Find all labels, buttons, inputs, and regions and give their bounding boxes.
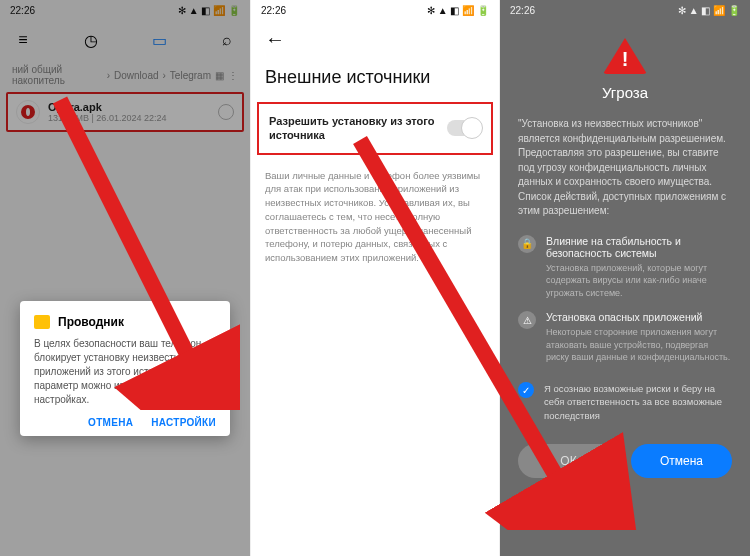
- settings-button[interactable]: НАСТРОЙКИ: [151, 417, 216, 428]
- risk-title: Установка опасных приложений: [546, 311, 732, 323]
- allow-label: Разрешить установку из этого источника: [269, 114, 439, 143]
- acknowledge-row[interactable]: ✓ Я осознаю возможные риски и беру на се…: [500, 370, 750, 434]
- risk-stability: 🔒 Влияние на стабильность и безопасность…: [500, 229, 750, 306]
- security-dialog: Проводник В целях безопасности ваш телеф…: [20, 301, 230, 436]
- lock-icon: 🔒: [518, 235, 536, 253]
- modal-overlay: Проводник В целях безопасности ваш телеф…: [0, 0, 250, 556]
- phone-file-manager: 22:26 ✻ ▲ ◧ 📶 🔋 ≡ ◷ ▭ ⌕ ний общий накопи…: [0, 0, 250, 556]
- warning-triangle-icon: [603, 38, 647, 74]
- warning-body: "Установка из неизвестных источников" яв…: [500, 111, 750, 229]
- status-time: 22:26: [510, 5, 535, 16]
- allow-install-row[interactable]: Разрешить установку из этого источника: [257, 102, 493, 155]
- alert-icon: ⚠: [518, 311, 536, 329]
- button-row: ОК Отмена: [500, 434, 750, 488]
- status-bar: 22:26 ✻ ▲ ◧ 📶 🔋: [251, 0, 499, 20]
- risk-desc: Установка приложений, которые могут соде…: [546, 262, 732, 300]
- cancel-button[interactable]: ОТМЕНА: [88, 417, 133, 428]
- status-time: 22:26: [261, 5, 286, 16]
- dialog-title: Проводник: [58, 315, 124, 329]
- risk-title: Влияние на стабильность и безопасность с…: [546, 235, 732, 259]
- warning-title: Угроза: [602, 84, 648, 101]
- folder-icon: [34, 315, 50, 329]
- status-icons: ✻ ▲ ◧ 📶 🔋: [427, 5, 489, 16]
- status-icons: ✻ ▲ ◧ 📶 🔋: [678, 5, 740, 16]
- cancel-button[interactable]: Отмена: [631, 444, 732, 478]
- acknowledge-text: Я осознаю возможные риски и беру на себя…: [544, 382, 732, 422]
- risk-dangerous-apps: ⚠ Установка опасных приложений Некоторые…: [500, 305, 750, 370]
- phone-external-sources: 22:26 ✻ ▲ ◧ 📶 🔋 ← Внешние источники Разр…: [250, 0, 500, 556]
- warning-description: Ваши личные данные и телефон более уязви…: [251, 155, 499, 279]
- dialog-body: В целях безопасности ваш телефон блокиру…: [34, 337, 216, 407]
- risk-desc: Некоторые сторонние приложения могут ата…: [546, 326, 732, 364]
- ok-button[interactable]: ОК: [518, 444, 619, 478]
- status-bar: 22:26 ✻ ▲ ◧ 📶 🔋: [500, 0, 750, 20]
- dialog-title-row: Проводник: [34, 315, 216, 329]
- warning-header: Угроза: [500, 20, 750, 111]
- allow-toggle[interactable]: [447, 120, 481, 136]
- page-title: Внешние источники: [251, 59, 499, 102]
- phone-threat-dialog: 22:26 ✻ ▲ ◧ 📶 🔋 Угроза "Установка из неи…: [500, 0, 750, 556]
- checkbox-checked-icon[interactable]: ✓: [518, 382, 534, 398]
- back-icon[interactable]: ←: [265, 28, 285, 50]
